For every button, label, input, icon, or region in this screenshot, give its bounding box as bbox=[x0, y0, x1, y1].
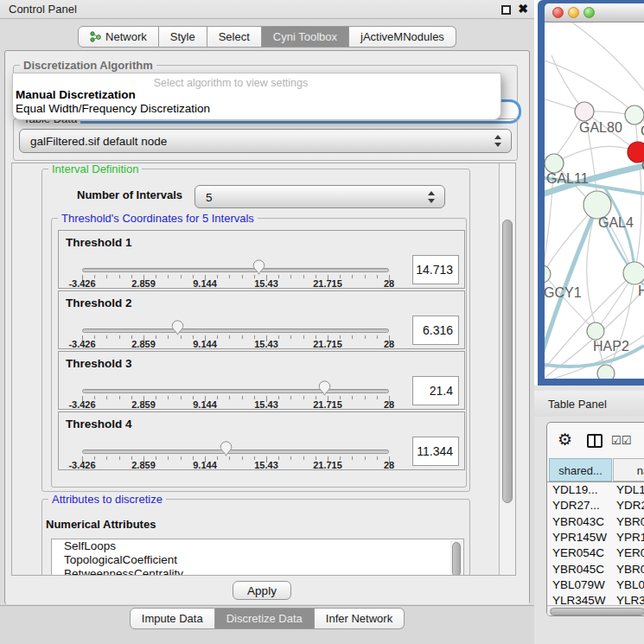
tick-label: -3.426 bbox=[61, 460, 104, 470]
horizontal-scrollbar[interactable] bbox=[547, 605, 644, 616]
algorithm-dropdown-hint: Select algorithm to view settings bbox=[144, 77, 317, 89]
tab-infer-network[interactable]: Infer Network bbox=[315, 608, 405, 629]
checkbox-icon[interactable]: ☑☑ bbox=[611, 434, 631, 447]
attribute-list-item[interactable]: BetweennessCentrality bbox=[52, 567, 463, 576]
threshold-value-field[interactable] bbox=[412, 255, 459, 284]
tick-label: 21.715 bbox=[306, 339, 349, 349]
tab-network[interactable]: Network bbox=[78, 26, 159, 48]
table-header: shared... na bbox=[547, 458, 644, 482]
network-canvas[interactable]: GAL80GACGAL11GAL4GCY1HHAP2 bbox=[545, 22, 644, 379]
threshold-slider-track[interactable] bbox=[82, 268, 389, 272]
apply-bar: Apply bbox=[6, 577, 529, 604]
cell-shared-name: YBL079W bbox=[552, 578, 605, 591]
tab-impute-data[interactable]: Impute Data bbox=[130, 608, 215, 629]
gear-icon[interactable]: ⚙ bbox=[558, 430, 572, 450]
table-row[interactable]: YDL19...YDL1 bbox=[547, 483, 644, 499]
threshold-slider-thumb[interactable] bbox=[220, 441, 233, 461]
cyni-toolbox-content: Discretization Algorithm Table Data galF… bbox=[4, 50, 530, 604]
attribute-list-item[interactable]: TopologicalCoefficient bbox=[52, 553, 463, 567]
table-row[interactable]: YBR043CYBR0 bbox=[547, 515, 644, 531]
tick-mark bbox=[119, 275, 120, 278]
tick-label: 15.43 bbox=[245, 460, 288, 470]
table-row[interactable]: YBL079WYBL0 bbox=[547, 578, 644, 594]
threshold-slider-track[interactable] bbox=[82, 389, 389, 393]
top-tab-bar: NetworkStyleSelectCyni ToolboxjActiveMNo… bbox=[0, 26, 534, 48]
panel-title: Control Panel bbox=[9, 3, 77, 16]
tick-label: 2.859 bbox=[122, 460, 165, 470]
cell-shared-name: YPR145W bbox=[552, 531, 607, 544]
threshold-row: Threshold 2-3.4262.8599.14415.4321.71528 bbox=[58, 290, 465, 349]
cell-name: YER0 bbox=[616, 546, 644, 559]
threshold-value-field[interactable] bbox=[412, 316, 459, 345]
network-node-gal80[interactable] bbox=[575, 102, 594, 121]
threshold-slider-track[interactable] bbox=[82, 450, 389, 454]
tick-mark bbox=[290, 456, 291, 460]
cell-name: YBR0 bbox=[616, 563, 644, 576]
tick-label: 15.43 bbox=[245, 339, 288, 349]
minimize-traffic-light[interactable] bbox=[568, 7, 579, 18]
attributes-group: Attributes to discretize Numerical Attri… bbox=[41, 499, 470, 576]
tick-label: 9.144 bbox=[183, 339, 226, 349]
cell-name: YDR2 bbox=[616, 499, 644, 512]
threshold-value-field[interactable] bbox=[412, 376, 459, 405]
tick-mark bbox=[303, 335, 304, 339]
threshold-slider-track[interactable] bbox=[82, 328, 389, 333]
tick-mark bbox=[119, 335, 120, 339]
algorithm-dropdown-popup: Select algorithm to view settings Manual… bbox=[12, 73, 501, 120]
network-node-h[interactable] bbox=[623, 262, 644, 284]
settings-scrollpane: Interval Definition Number of Intervals … bbox=[11, 163, 516, 576]
tick-mark bbox=[168, 456, 169, 460]
network-node-gal11[interactable] bbox=[545, 154, 564, 173]
network-node[interactable] bbox=[597, 365, 615, 379]
dropdown-item-manual-discretization[interactable]: Manual Discretization bbox=[16, 88, 136, 101]
tab-select[interactable]: Select bbox=[207, 26, 262, 48]
table-row[interactable]: YBR045CYBR0 bbox=[547, 563, 644, 578]
tab-label: Network bbox=[105, 30, 147, 43]
table-panel-title-bar: Table Panel bbox=[534, 391, 644, 417]
tick-mark bbox=[181, 275, 182, 278]
network-icon bbox=[90, 31, 101, 42]
zoom-traffic-light[interactable] bbox=[583, 7, 595, 18]
column-header-name[interactable]: na bbox=[613, 458, 644, 481]
table-row[interactable]: YER054CYER0 bbox=[547, 546, 644, 562]
threshold-slider-thumb[interactable] bbox=[318, 380, 331, 400]
vertical-scrollbar-thumb[interactable] bbox=[502, 220, 513, 503]
tick-label: 15.43 bbox=[245, 278, 288, 289]
network-node-label: HAP2 bbox=[593, 339, 629, 354]
tab-discretize-data[interactable]: Discretize Data bbox=[215, 608, 315, 629]
threshold-slider-thumb[interactable] bbox=[252, 259, 265, 279]
tick-mark bbox=[106, 335, 107, 339]
combo-updown-icon bbox=[427, 190, 436, 204]
network-window-titlebar bbox=[545, 3, 644, 22]
threshold-row: Threshold 3-3.4262.8599.14415.4321.71528 bbox=[58, 351, 465, 410]
apply-button[interactable]: Apply bbox=[233, 581, 291, 600]
dropdown-item-equal-width-frequency[interactable]: Equal Width/Frequency Discretization bbox=[16, 102, 210, 115]
tab-style[interactable]: Style bbox=[159, 26, 207, 48]
attribute-list-item[interactable]: SelfLoops bbox=[52, 539, 463, 553]
control-panel: Control Panel ✖ NetworkStyleSelectCyni T… bbox=[0, 0, 534, 644]
table-row[interactable]: YPR145WYPR1 bbox=[547, 531, 644, 546]
threshold-value-field[interactable] bbox=[412, 437, 459, 466]
cell-shared-name: YBR043C bbox=[552, 515, 604, 528]
tick-label: -3.426 bbox=[61, 339, 104, 349]
number-of-intervals-combobox[interactable]: 5 bbox=[194, 185, 445, 208]
close-traffic-light[interactable] bbox=[552, 7, 564, 18]
cell-name: YBR0 bbox=[616, 515, 644, 528]
tab-cyni-toolbox[interactable]: Cyni Toolbox bbox=[262, 26, 349, 48]
threshold-slider-thumb[interactable] bbox=[171, 320, 184, 340]
tab-jactivemnodules[interactable]: jActiveMNodules bbox=[349, 26, 456, 48]
table-data-combobox[interactable]: galFiltered.sif default node bbox=[19, 129, 512, 153]
table-row[interactable]: YDR27...YDR2 bbox=[547, 499, 644, 514]
attributes-list-scrollbar[interactable] bbox=[450, 540, 462, 576]
vertical-scrollbar[interactable] bbox=[499, 163, 515, 575]
split-columns-icon[interactable] bbox=[587, 434, 603, 448]
float-icon[interactable] bbox=[501, 5, 511, 15]
tick-label: 9.144 bbox=[183, 278, 226, 289]
column-header-shared-name[interactable]: shared... bbox=[549, 458, 612, 481]
network-node-hap2[interactable] bbox=[587, 322, 604, 340]
close-icon[interactable]: ✖ bbox=[518, 2, 528, 16]
network-node-ga[interactable] bbox=[625, 105, 644, 124]
table-data-combobox-value: galFiltered.sif default node bbox=[30, 135, 167, 148]
horizontal-scrollbar-thumb[interactable] bbox=[550, 608, 644, 615]
network-node-gcy1[interactable] bbox=[545, 265, 551, 283]
